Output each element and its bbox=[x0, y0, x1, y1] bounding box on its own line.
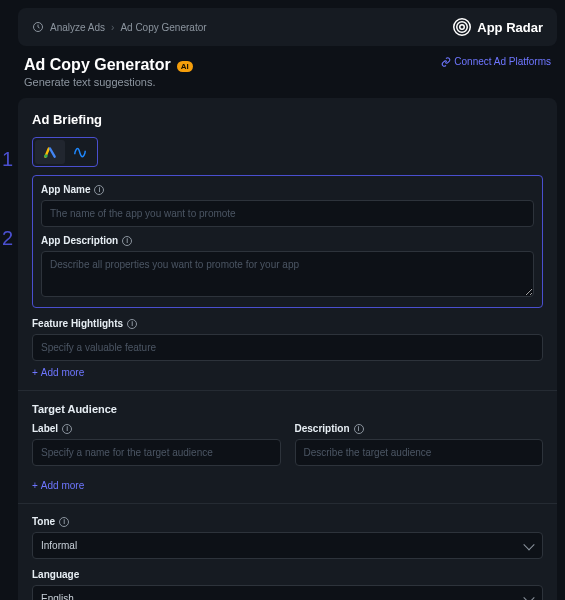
app-name-label-text: App Name bbox=[41, 184, 90, 195]
audience-description-label: Description i bbox=[295, 423, 544, 434]
ad-briefing-card: Ad Briefing App Name i bbox=[18, 98, 557, 600]
info-icon[interactable]: i bbox=[94, 185, 104, 195]
app-name-input[interactable] bbox=[41, 200, 534, 227]
app-description-input[interactable] bbox=[41, 251, 534, 297]
google-ads-icon bbox=[43, 145, 57, 159]
connect-link-label: Connect Ad Platforms bbox=[454, 56, 551, 67]
analyze-icon bbox=[32, 21, 44, 33]
target-audience-heading: Target Audience bbox=[32, 403, 543, 415]
app-description-label: App Description i bbox=[41, 235, 534, 246]
feature-highlights-label: Feature Hightlights i bbox=[32, 318, 543, 329]
page-title-text: Ad Copy Generator bbox=[24, 56, 171, 74]
breadcrumb: Analyze Ads › Ad Copy Generator bbox=[32, 21, 207, 33]
plus-icon: + bbox=[32, 367, 38, 378]
link-icon bbox=[441, 57, 451, 67]
feature-highlights-label-text: Feature Hightlights bbox=[32, 318, 123, 329]
audience-description-label-text: Description bbox=[295, 423, 350, 434]
platform-google-ads[interactable] bbox=[35, 140, 65, 164]
brand-name: App Radar bbox=[477, 20, 543, 35]
feature-highlight-input[interactable] bbox=[32, 334, 543, 361]
divider bbox=[18, 390, 557, 391]
brand: App Radar bbox=[453, 18, 543, 36]
add-more-features-label: Add more bbox=[41, 367, 84, 378]
info-icon[interactable]: i bbox=[127, 319, 137, 329]
svg-point-2 bbox=[457, 22, 468, 33]
info-icon[interactable]: i bbox=[354, 424, 364, 434]
breadcrumb-item-1[interactable]: Analyze Ads bbox=[50, 22, 105, 33]
language-select[interactable]: English bbox=[32, 585, 543, 600]
page-subtitle: Generate text suggestions. bbox=[18, 76, 557, 98]
page-title: Ad Copy Generator AI bbox=[24, 56, 193, 74]
plus-icon: + bbox=[32, 480, 38, 491]
language-label: Language bbox=[32, 569, 543, 580]
header-bar: Analyze Ads › Ad Copy Generator App Rada… bbox=[18, 8, 557, 46]
app-name-label: App Name i bbox=[41, 184, 534, 195]
svg-point-4 bbox=[44, 154, 48, 158]
connect-ad-platforms-link[interactable]: Connect Ad Platforms bbox=[441, 56, 551, 67]
divider bbox=[18, 503, 557, 504]
language-label-text: Language bbox=[32, 569, 79, 580]
tone-label-text: Tone bbox=[32, 516, 55, 527]
ai-badge: AI bbox=[177, 61, 193, 72]
audience-label-label-text: Label bbox=[32, 423, 58, 434]
tone-label: Tone i bbox=[32, 516, 543, 527]
svg-point-1 bbox=[460, 25, 465, 30]
annotation-2: 2 bbox=[2, 227, 13, 250]
info-icon[interactable]: i bbox=[59, 517, 69, 527]
app-description-label-text: App Description bbox=[41, 235, 118, 246]
add-more-audience[interactable]: + Add more bbox=[32, 480, 84, 491]
tone-select[interactable]: Informal bbox=[32, 532, 543, 559]
audience-description-input[interactable] bbox=[295, 439, 544, 466]
info-icon[interactable]: i bbox=[62, 424, 72, 434]
audience-label-input[interactable] bbox=[32, 439, 281, 466]
platform-meta[interactable] bbox=[65, 140, 95, 164]
annotation-1: 1 bbox=[2, 148, 13, 171]
add-more-audience-label: Add more bbox=[41, 480, 84, 491]
highlighted-inputs: App Name i App Description i bbox=[32, 175, 543, 308]
ad-platform-toggle bbox=[32, 137, 98, 167]
ad-briefing-heading: Ad Briefing bbox=[32, 112, 543, 127]
breadcrumb-item-2[interactable]: Ad Copy Generator bbox=[120, 22, 206, 33]
info-icon[interactable]: i bbox=[122, 236, 132, 246]
meta-icon bbox=[73, 145, 87, 159]
audience-label-label: Label i bbox=[32, 423, 281, 434]
app-radar-icon bbox=[453, 18, 471, 36]
add-more-features[interactable]: + Add more bbox=[32, 367, 84, 378]
chevron-right-icon: › bbox=[111, 22, 114, 33]
